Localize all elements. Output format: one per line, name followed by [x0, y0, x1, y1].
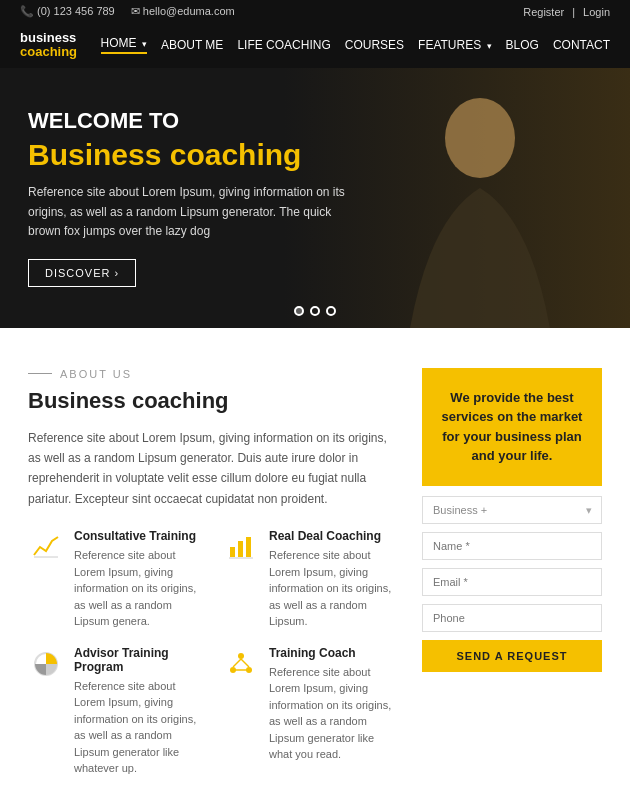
business-select[interactable]: Business + Coaching Training: [422, 496, 602, 524]
phone-icon: 📞: [20, 5, 34, 17]
logo[interactable]: business coaching: [20, 31, 77, 60]
phone-number: (0) 123 456 789: [37, 5, 115, 17]
hero-section: WELCOME TO Business coaching Reference s…: [0, 68, 630, 328]
svg-line-11: [241, 659, 249, 667]
business-select-wrap: Business + Coaching Training: [422, 496, 602, 524]
nav-blog[interactable]: BLOG: [506, 38, 539, 52]
email-input[interactable]: [422, 568, 602, 596]
nav-contact[interactable]: CONTACT: [553, 38, 610, 52]
send-request-button[interactable]: SEND A REQUEST: [422, 640, 602, 672]
feature-training-coach-desc: Reference site about Lorem Ipsum, giving…: [269, 664, 398, 763]
chart-icon: [28, 529, 64, 565]
feature-consultative-text: Consultative Training Reference site abo…: [74, 529, 203, 630]
feature-training-coach-title: Training Coach: [269, 646, 398, 660]
feature-advisor-text: Advisor Training Program Reference site …: [74, 646, 203, 777]
top-bar-left: 📞 (0) 123 456 789 ✉ hello@eduma.com: [20, 5, 235, 18]
header: business coaching HOME ▾ ABOUT ME LIFE C…: [0, 23, 630, 68]
request-form: Business + Coaching Training SEND A REQU…: [422, 496, 602, 672]
about-right: We provide the best services on the mark…: [422, 368, 602, 777]
logo-top: business: [20, 31, 77, 45]
svg-line-10: [233, 659, 241, 667]
about-section: ABOUT US Business coaching Reference sit…: [0, 328, 630, 800]
svg-point-0: [445, 98, 515, 178]
top-bar-right: Register | Login: [523, 6, 610, 18]
promo-card: We provide the best services on the mark…: [422, 368, 602, 486]
about-description: Reference site about Lorem Ipsum, giving…: [28, 428, 398, 510]
hero-welcome: WELCOME TO: [28, 108, 352, 134]
hero-description: Reference site about Lorem Ipsum, giving…: [28, 183, 352, 241]
nav-home[interactable]: HOME ▾: [101, 36, 147, 54]
hero-dots: [294, 306, 336, 316]
feature-advisor-title: Advisor Training Program: [74, 646, 203, 674]
hero-dot-3[interactable]: [326, 306, 336, 316]
feature-consultative: Consultative Training Reference site abo…: [28, 529, 203, 630]
feature-advisor: Advisor Training Program Reference site …: [28, 646, 203, 777]
hero-dot-2[interactable]: [310, 306, 320, 316]
feature-consultative-desc: Reference site about Lorem Ipsum, giving…: [74, 547, 203, 630]
phone-info: 📞 (0) 123 456 789: [20, 5, 115, 18]
login-link[interactable]: Login: [583, 6, 610, 18]
email-address: hello@eduma.com: [143, 5, 235, 17]
svg-rect-4: [246, 537, 251, 557]
feature-real-deal-title: Real Deal Coaching: [269, 529, 398, 543]
svg-point-7: [238, 653, 244, 659]
email-info: ✉ hello@eduma.com: [131, 5, 235, 18]
name-input[interactable]: [422, 532, 602, 560]
logo-bottom: coaching: [20, 45, 77, 59]
feature-advisor-desc: Reference site about Lorem Ipsum, giving…: [74, 678, 203, 777]
hero-content: WELCOME TO Business coaching Reference s…: [0, 78, 380, 317]
feature-real-deal-text: Real Deal Coaching Reference site about …: [269, 529, 398, 630]
nav-features[interactable]: FEATURES ▾: [418, 38, 491, 52]
network-icon: [223, 646, 259, 682]
hero-person: [350, 78, 590, 328]
about-label: ABOUT US: [28, 368, 398, 380]
features-grid: Consultative Training Reference site abo…: [28, 529, 398, 777]
pie-icon: [28, 646, 64, 682]
about-title: Business coaching: [28, 388, 398, 414]
top-bar: 📞 (0) 123 456 789 ✉ hello@eduma.com Regi…: [0, 0, 630, 23]
main-nav: HOME ▾ ABOUT ME LIFE COACHING COURSES FE…: [101, 36, 610, 54]
email-icon: ✉: [131, 5, 140, 17]
nav-courses[interactable]: COURSES: [345, 38, 404, 52]
feature-training-coach: Training Coach Reference site about Lore…: [223, 646, 398, 777]
bar-icon: [223, 529, 259, 565]
svg-rect-3: [238, 541, 243, 557]
feature-real-deal-desc: Reference site about Lorem Ipsum, giving…: [269, 547, 398, 630]
about-left: ABOUT US Business coaching Reference sit…: [28, 368, 398, 777]
discover-button[interactable]: DISCOVER ›: [28, 259, 136, 287]
hero-dot-1[interactable]: [294, 306, 304, 316]
svg-rect-2: [230, 547, 235, 557]
promo-text: We provide the best services on the mark…: [438, 388, 586, 466]
feature-consultative-title: Consultative Training: [74, 529, 203, 543]
nav-about-me[interactable]: ABOUT ME: [161, 38, 223, 52]
nav-life-coaching[interactable]: LIFE COACHING: [237, 38, 330, 52]
feature-real-deal: Real Deal Coaching Reference site about …: [223, 529, 398, 630]
feature-training-coach-text: Training Coach Reference site about Lore…: [269, 646, 398, 777]
register-link[interactable]: Register: [523, 6, 564, 18]
hero-title: Business coaching: [28, 138, 352, 171]
phone-input[interactable]: [422, 604, 602, 632]
